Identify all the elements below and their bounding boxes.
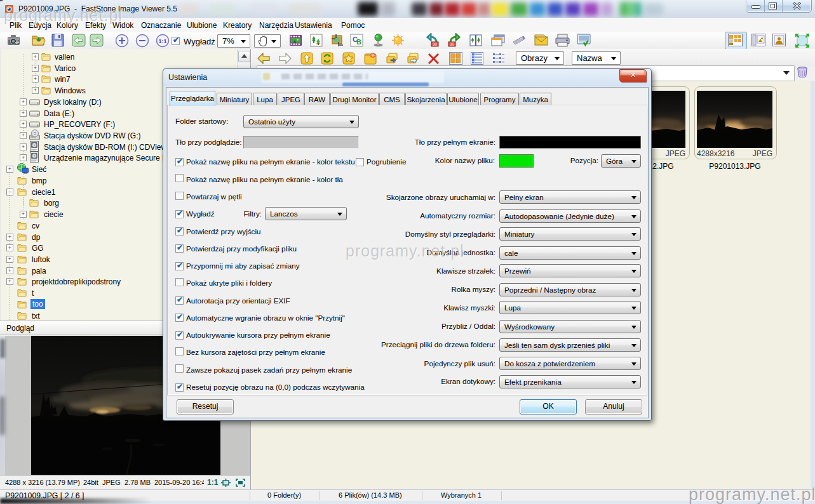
svg-text:1:1: 1:1 xyxy=(158,38,166,44)
svg-text:90: 90 xyxy=(433,42,438,46)
svg-text:B: B xyxy=(356,38,361,46)
svg-text:90: 90 xyxy=(450,42,455,46)
